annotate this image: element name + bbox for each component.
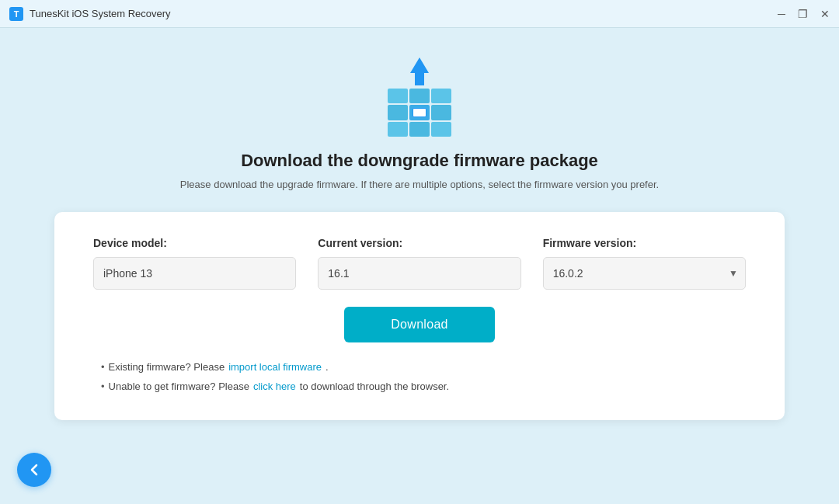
current-version-input[interactable]	[318, 257, 520, 290]
note2-suffix: to download through the browser.	[300, 381, 449, 392]
firmware-version-label: Firmware version:	[543, 237, 746, 249]
import-local-firmware-link[interactable]: import local firmware	[228, 361, 322, 373]
current-version-group: Current version:	[318, 237, 520, 290]
note-item-2: • Unable to get firmware? Please click h…	[101, 381, 449, 392]
page-subtitle: Please download the upgrade firmware. If…	[180, 179, 659, 190]
form-card: Device model: Current version: Firmware …	[54, 212, 785, 420]
bullet-1: •	[101, 361, 105, 373]
main-content: Download the downgrade firmware package …	[0, 28, 839, 436]
app-title: TunesKit iOS System Recovery	[30, 8, 171, 19]
firmware-select-wrapper: 16.0.2 16.0.1 16.0 ▼	[543, 257, 746, 290]
note-item-1: • Existing firmware? Please import local…	[101, 361, 329, 373]
firmware-box-icon	[388, 89, 451, 137]
device-model-input[interactable]	[93, 257, 296, 290]
bullet-2: •	[101, 381, 105, 392]
minimize-button[interactable]: ─	[778, 9, 785, 19]
window-controls: ─ ❐ ✕	[778, 9, 830, 19]
note1-suffix: .	[326, 361, 329, 373]
download-arrow-icon	[402, 51, 437, 90]
note2-prefix: Unable to get firmware? Please	[109, 381, 249, 392]
download-button[interactable]: Download	[344, 307, 495, 342]
title-bar: T TunesKit iOS System Recovery ─ ❐ ✕	[0, 0, 839, 28]
close-button[interactable]: ✕	[820, 9, 830, 19]
title-bar-left: T TunesKit iOS System Recovery	[9, 7, 171, 21]
device-model-group: Device model:	[93, 237, 296, 290]
download-area: Download	[93, 307, 746, 342]
firmware-version-group: Firmware version: 16.0.2 16.0.1 16.0 ▼	[543, 237, 746, 290]
app-icon: T	[9, 7, 23, 21]
back-button[interactable]	[17, 453, 51, 487]
note1-prefix: Existing firmware? Please	[109, 361, 225, 373]
notes-section: • Existing firmware? Please import local…	[93, 361, 746, 392]
form-row: Device model: Current version: Firmware …	[93, 237, 746, 290]
firmware-icon	[385, 51, 454, 137]
device-model-label: Device model:	[93, 237, 296, 249]
page-title: Download the downgrade firmware package	[241, 151, 598, 171]
maximize-button[interactable]: ❐	[798, 9, 808, 19]
current-version-label: Current version:	[318, 237, 520, 249]
firmware-version-select[interactable]: 16.0.2 16.0.1 16.0	[543, 257, 746, 290]
svg-marker-0	[410, 57, 429, 85]
click-here-link[interactable]: click here	[253, 381, 296, 392]
